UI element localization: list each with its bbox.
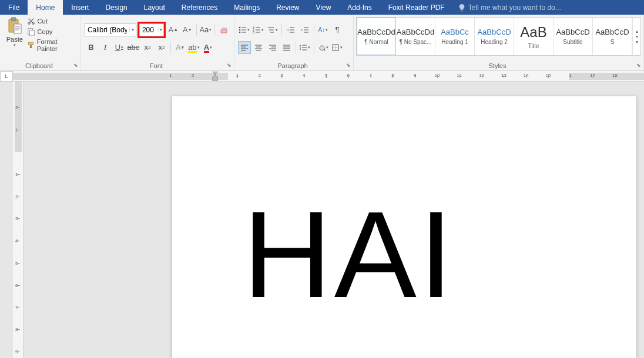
outdent-icon — [287, 26, 295, 34]
copy-label: Copy — [38, 28, 53, 35]
text-effects-button[interactable]: A — [173, 41, 186, 54]
increase-font-button[interactable]: A▲ — [167, 23, 180, 36]
font-name-combo[interactable]: ▾ — [85, 23, 136, 36]
borders-button[interactable] — [331, 41, 344, 54]
tab-selector-button[interactable]: L — [0, 71, 13, 82]
font-color-button[interactable]: A — [202, 41, 214, 54]
strikethrough-button[interactable]: abc — [127, 41, 140, 54]
svg-rect-1 — [11, 18, 16, 21]
svg-rect-2 — [14, 24, 21, 33]
vertical-ruler[interactable]: 21123456789 — [13, 82, 24, 358]
style-name: S — [611, 39, 615, 45]
styles-launcher[interactable]: ⬊ — [636, 62, 642, 68]
tab-design[interactable]: Design — [97, 0, 135, 15]
tab-foxit[interactable]: Foxit Reader PDF — [380, 0, 453, 15]
font-size-dropdown[interactable]: ▾ — [158, 27, 163, 32]
styles-gallery: AaBbCcDd¶ NormalAaBbCcDd¶ No Spac...AaBb… — [356, 17, 641, 56]
style-item-title[interactable]: AaBTitle — [514, 18, 554, 55]
tell-me-search[interactable]: Tell me what you want to do... — [458, 0, 561, 15]
tab-mailings[interactable]: Mailings — [226, 0, 268, 15]
shading-button[interactable] — [317, 41, 330, 54]
bold-button[interactable]: B — [85, 41, 98, 54]
line-spacing-button[interactable] — [298, 41, 311, 54]
tab-references[interactable]: References — [173, 0, 226, 15]
svg-point-16 — [324, 49, 326, 50]
svg-point-10 — [239, 26, 241, 28]
subscript-button[interactable]: x2 — [141, 41, 154, 54]
paintbrush-icon — [27, 41, 35, 49]
tab-view[interactable]: View — [308, 0, 340, 15]
clipboard-launcher[interactable]: ⬊ — [73, 62, 79, 68]
underline-button[interactable]: U — [113, 41, 126, 54]
indent-icon — [301, 26, 309, 34]
horizontal-ruler[interactable]: 2112345678910111213141511718 — [13, 71, 644, 82]
show-marks-button[interactable]: ¶ — [331, 23, 344, 36]
tab-addins[interactable]: Add-Ins — [339, 0, 380, 15]
font-name-dropdown[interactable]: ▾ — [129, 27, 136, 32]
align-center-button[interactable] — [252, 41, 265, 54]
paragraph-launcher[interactable]: ⬊ — [346, 62, 352, 68]
change-case-button[interactable]: Aa — [199, 23, 212, 36]
page[interactable]: HAI — [172, 96, 637, 358]
align-right-button[interactable] — [266, 41, 279, 54]
align-left-button[interactable] — [238, 41, 251, 54]
style-item-s[interactable]: AaBbCcDS — [593, 18, 632, 55]
paste-label: Paste — [6, 36, 23, 43]
decrease-font-button[interactable]: A▼ — [181, 23, 194, 36]
copy-button[interactable]: Copy — [27, 28, 77, 36]
cut-label: Cut — [38, 18, 48, 25]
document-area[interactable]: HAI — [24, 82, 644, 358]
paste-icon — [7, 17, 22, 35]
style-item-subtitle[interactable]: AaBbCcDSubtitle — [554, 18, 593, 55]
tell-me-placeholder: Tell me what you want to do... — [468, 4, 561, 12]
font-name-input[interactable] — [85, 26, 129, 34]
tab-insert[interactable]: Insert — [63, 0, 97, 15]
tab-file[interactable]: File — [0, 0, 28, 15]
style-name: ¶ Normal — [364, 39, 388, 45]
superscript-button[interactable]: x2 — [155, 41, 168, 54]
clear-formatting-button[interactable] — [217, 23, 230, 36]
style-item-heading-1[interactable]: AaBbCcHeading 1 — [435, 18, 475, 55]
line-spacing-icon — [299, 43, 307, 52]
style-item---no-spac---[interactable]: AaBbCcDd¶ No Spac... — [396, 18, 435, 55]
tab-review[interactable]: Review — [268, 0, 307, 15]
highlight-button[interactable]: ab — [187, 41, 200, 54]
format-painter-button[interactable]: Format Painter — [27, 38, 77, 52]
font-size-input[interactable] — [140, 26, 158, 34]
multilevel-list-button[interactable] — [266, 23, 279, 36]
svg-point-11 — [239, 29, 241, 31]
style-item-heading-2[interactable]: AaBbCcDHeading 2 — [475, 18, 514, 55]
italic-button[interactable]: I — [99, 41, 112, 54]
group-paragraph: 123 A↓ ¶ Paragraph ⬊ — [234, 15, 354, 70]
styles-gallery-more[interactable]: ▴▾▾ — [632, 18, 640, 55]
tab-home[interactable]: Home — [28, 0, 63, 15]
tab-layout[interactable]: Layout — [136, 0, 173, 15]
borders-icon — [331, 43, 340, 52]
bullets-button[interactable] — [238, 23, 251, 36]
indent-marker-icon[interactable] — [212, 72, 218, 81]
style-preview: AaBbCcD — [477, 28, 511, 36]
numbering-button[interactable]: 123 — [252, 23, 265, 36]
font-size-highlight: ▾ — [137, 22, 166, 38]
group-font-label: Font — [81, 62, 232, 69]
copy-icon — [27, 28, 35, 36]
style-preview: AaBbCcDd — [397, 28, 434, 36]
increase-indent-button[interactable] — [298, 23, 311, 36]
font-launcher[interactable]: ⬊ — [227, 62, 233, 68]
ribbon-tabs: File Home Insert Design Layout Reference… — [0, 0, 644, 15]
cut-button[interactable]: Cut — [27, 17, 77, 25]
decrease-indent-button[interactable] — [284, 23, 297, 36]
paste-button[interactable]: Paste ▾ — [4, 17, 26, 60]
sort-button[interactable]: A↓ — [317, 23, 330, 36]
svg-rect-7 — [28, 42, 33, 45]
group-styles-label: Styles — [354, 62, 641, 69]
svg-text:3: 3 — [253, 31, 254, 34]
style-item---normal[interactable]: AaBbCcDd¶ Normal — [357, 18, 396, 55]
document-text[interactable]: HAI — [243, 193, 455, 316]
scissors-icon — [27, 17, 35, 25]
align-center-icon — [254, 43, 263, 52]
font-size-combo[interactable]: ▾ — [139, 23, 164, 36]
justify-button[interactable] — [280, 41, 293, 54]
ribbon: Paste ▾ Cut Copy Format Painter Clipboar… — [0, 15, 644, 71]
align-left-icon — [240, 43, 249, 52]
